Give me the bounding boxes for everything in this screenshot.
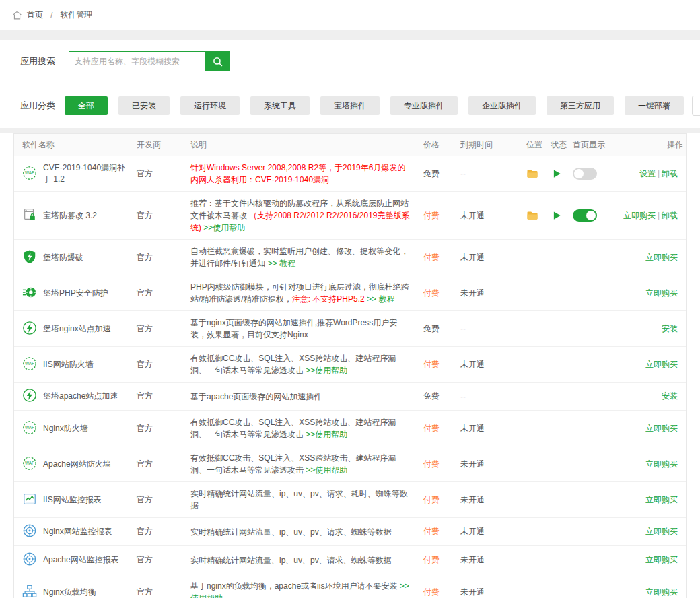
action-link[interactable]: 立即购买 [645, 288, 678, 298]
header-home-show: 首页显示 [570, 139, 613, 151]
desc-text: 有效抵御CC攻击、SQL注入、XSS跨站攻击、建站程序漏洞、一句话木马等常见渗透… [190, 418, 396, 439]
action-link[interactable]: 立即购买 [623, 211, 656, 220]
software-expire: 未开通 [458, 521, 524, 543]
software-name-cell: Apache网站监控报表 [14, 546, 134, 574]
location-cell [524, 587, 548, 597]
category-button[interactable]: 系统工具 [250, 96, 310, 115]
action-link[interactable]: 设置 [639, 169, 656, 178]
waf-icon [22, 456, 37, 473]
desc-text: 注意: 不支持PHP5.2 [292, 294, 365, 304]
home-show-cell [570, 391, 613, 402]
service-running-icon[interactable] [551, 168, 563, 180]
folder-icon[interactable] [526, 168, 538, 180]
table-header: 软件名称 开发商 说明 价格 到期时间 位置 状态 首页显示 操作 [14, 134, 686, 156]
row-actions: 立即购买 [613, 521, 686, 543]
action-link[interactable]: 安装 [662, 324, 678, 333]
action-link[interactable]: 立即购买 [645, 459, 678, 469]
desc-text: 基于nginx页面缓存的网站加速插件,推荐WordPress用户安装，效果显著，… [190, 318, 397, 339]
help-link[interactable]: >>使用帮助 [203, 223, 245, 232]
action-link[interactable]: 卸载 [662, 211, 678, 220]
software-developer: 官方 [134, 163, 188, 185]
sitemap-icon [22, 584, 37, 598]
software-name-cell: 堡塔nginx站点加速 [14, 315, 134, 343]
location-cell [524, 423, 548, 434]
location-cell [524, 288, 548, 298]
software-expire: 未开通 [458, 205, 524, 227]
table-row: 堡塔PHP安全防护 官方 PHP内核级防御模块，可针对项目进行底层过滤，彻底杜绝… [14, 275, 686, 311]
table-row: 堡塔nginx站点加速 官方 基于nginx页面缓存的网站加速插件,推荐Word… [14, 311, 686, 347]
software-developer: 官方 [134, 581, 188, 598]
desc-text: 自动拦截恶意爆破，实时监听用户创建、修改、提权等变化，并进行邮件/钉钉通知 [190, 246, 409, 268]
software-desc: 针对Windows Server 2008,2008 R2等，于2019年6月爆… [188, 156, 421, 191]
home-show-cell [570, 252, 613, 263]
location-cell [524, 459, 548, 469]
action-link[interactable]: 立即购买 [645, 555, 678, 564]
help-link[interactable]: >> 教程 [365, 294, 395, 304]
action-link[interactable]: 卸载 [662, 169, 678, 178]
software-developer: 官方 [134, 354, 188, 376]
home-show-cell [570, 587, 613, 597]
waf-icon [22, 166, 37, 182]
help-link[interactable]: >>使用帮助 [306, 366, 347, 375]
help-link[interactable]: >>使用帮助 [306, 430, 347, 439]
location-cell [524, 494, 548, 505]
header-name: 软件名称 [14, 139, 134, 151]
home-show-cell [570, 359, 613, 370]
category-button[interactable]: 第三方应用 [547, 96, 614, 115]
software-price: 付费 [421, 521, 458, 543]
service-running-icon[interactable] [551, 209, 563, 222]
category-button[interactable]: 企业版插件 [468, 96, 536, 115]
update-software-list-button[interactable]: 更新软件列表 [692, 96, 700, 116]
search-input[interactable] [69, 51, 205, 71]
table-row: IIS网站监控报表 官方 实时精确统计网站流量、ip、uv、pv、请求、耗时、蜘… [14, 482, 686, 518]
help-link[interactable]: >> 教程 [268, 259, 295, 268]
breadcrumb-home[interactable]: 首页 [27, 9, 43, 21]
folder-icon[interactable] [526, 209, 538, 222]
home-show-toggle[interactable] [573, 168, 597, 180]
software-name: IIS网站监控报表 [43, 494, 102, 506]
file-lock-icon [22, 207, 37, 224]
category-button[interactable]: 专业版插件 [390, 96, 458, 115]
home-show-cell [570, 162, 613, 185]
search-button[interactable] [205, 51, 230, 71]
category-button[interactable]: 一键部署 [625, 96, 684, 115]
bolt-icon [22, 388, 37, 405]
software-name-cell: 宝塔防篡改 3.2 [14, 202, 134, 230]
header-price: 价格 [421, 139, 458, 151]
category-button[interactable]: 宝塔插件 [320, 96, 380, 115]
table-row: Apache网站防火墙 官方 有效抵御CC攻击、SQL注入、XSS跨站攻击、建站… [14, 446, 686, 482]
category-button[interactable]: 运行环境 [180, 96, 240, 115]
action-link[interactable]: 立即购买 [645, 253, 678, 262]
action-link[interactable]: 立即购买 [645, 424, 678, 433]
action-link[interactable]: 安装 [662, 391, 678, 401]
location-cell [524, 555, 548, 566]
home-show-cell [570, 204, 613, 227]
software-desc: PHP内核级防御模块，可针对项目进行底层过滤，彻底杜绝跨站/精准防渗透/精准防提… [188, 275, 421, 310]
row-actions: 立即购买 [613, 246, 686, 269]
software-table-body: CVE-2019-1040漏洞补丁 1.2 官方 针对Windows Serve… [14, 156, 686, 598]
software-name: IIS网站防火墙 [43, 359, 94, 370]
software-desc: 基于nginx页面缓存的网站加速插件,推荐WordPress用户安装，效果显著，… [188, 311, 421, 346]
software-price: 付费 [421, 354, 458, 376]
software-name: Nginx网站监控报表 [43, 526, 112, 537]
software-developer: 官方 [134, 521, 188, 543]
software-desc: 自动拦截恶意爆破，实时监听用户创建、修改、提权等变化，并进行邮件/钉钉通知 >>… [188, 240, 421, 275]
software-name: Apache网站监控报表 [43, 554, 119, 566]
desc-text: 基于apache页面缓存的网站加速插件 [190, 392, 322, 401]
category-button[interactable]: 已安装 [118, 96, 170, 115]
software-name-cell: 堡塔防爆破 [14, 244, 134, 271]
software-name-cell: 堡塔apache站点加速 [14, 383, 134, 410]
table-row: Nginx负载均衡 官方 基于nginx的负载均衡，apache或者iis环境用… [14, 574, 686, 598]
category-button[interactable]: 全部 [65, 96, 108, 115]
software-price: 付费 [421, 205, 458, 227]
help-link[interactable]: >>使用帮助 [306, 465, 347, 475]
home-show-toggle[interactable] [573, 209, 597, 222]
action-link[interactable]: 立即购买 [645, 587, 678, 597]
action-link[interactable]: 立即购买 [645, 527, 678, 536]
software-name: Apache网站防火墙 [43, 459, 111, 470]
shield-icon [22, 249, 37, 266]
software-desc: 推荐：基于文件内核驱动的防篡改程序，从系统底层防止网站文件被木马篡改 （支持20… [188, 192, 421, 239]
action-link[interactable]: 立即购买 [645, 495, 678, 504]
software-price: 免费 [421, 163, 458, 185]
action-link[interactable]: 立即购买 [645, 360, 678, 369]
